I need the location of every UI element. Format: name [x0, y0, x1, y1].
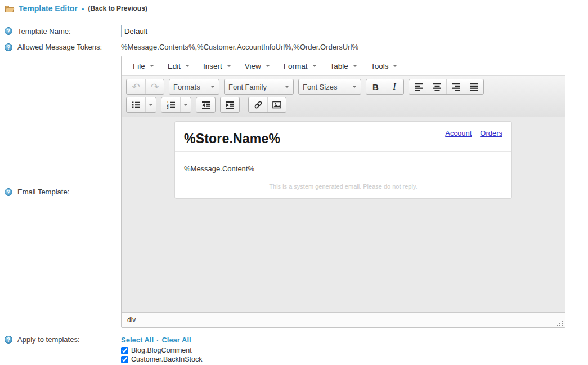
- link-separator: ·: [156, 336, 159, 344]
- clear-all-link[interactable]: Clear All: [161, 336, 191, 344]
- chevron-down-icon: [149, 104, 153, 106]
- chevron-down-icon: [185, 65, 190, 67]
- allowed-tokens-row: ? Allowed Message Tokens: %Message.Conte…: [0, 43, 588, 51]
- bold-button[interactable]: B: [366, 79, 385, 94]
- bullet-list-caret-button[interactable]: [145, 97, 156, 112]
- align-right-button[interactable]: [446, 79, 465, 94]
- editor-toolbar: ↶ ↷ Formats Font Family: [122, 75, 565, 117]
- chevron-down-icon: [393, 65, 397, 67]
- template-checkbox-label: Blog.BlogComment: [131, 346, 192, 354]
- redo-icon: ↷: [151, 82, 159, 92]
- chevron-down-icon: [353, 65, 357, 67]
- store-name-token: %Store.Name%: [184, 131, 280, 146]
- align-center-button[interactable]: [428, 79, 446, 94]
- email-header: %Store.Name% Account Orders: [175, 122, 511, 152]
- menu-insert[interactable]: Insert: [196, 56, 238, 75]
- chevron-down-icon: [352, 86, 357, 88]
- undo-icon: ↶: [132, 82, 140, 92]
- allowed-tokens-label: Allowed Message Tokens:: [17, 43, 102, 51]
- numbered-list-icon: 123: [167, 100, 176, 109]
- editor-statusbar: div: [122, 312, 565, 327]
- align-left-button[interactable]: [409, 79, 428, 94]
- message-content-token: %Message.Content%: [175, 152, 511, 173]
- chevron-down-icon: [210, 86, 215, 88]
- chevron-down-icon: [312, 65, 317, 67]
- indent-button[interactable]: [221, 97, 239, 112]
- outdent-icon: [201, 100, 210, 109]
- template-checkbox[interactable]: [121, 356, 128, 363]
- template-name-row: ? Template Name:: [0, 25, 588, 37]
- allowed-tokens-value: %Message.Contents%,%Customer.AccountInfo…: [121, 43, 358, 51]
- template-name-label: Template Name:: [17, 27, 71, 35]
- element-path[interactable]: div: [127, 316, 136, 324]
- insert-link-button[interactable]: [249, 97, 267, 112]
- folder-icon: [5, 5, 15, 12]
- link-icon: [254, 100, 263, 109]
- help-icon[interactable]: ?: [5, 43, 12, 51]
- menu-file[interactable]: File: [126, 56, 161, 75]
- template-checkbox-label: Customer.BackInStock: [131, 355, 202, 363]
- formats-dropdown[interactable]: Formats: [169, 79, 219, 94]
- chevron-down-icon: [227, 65, 231, 67]
- editor-content-area[interactable]: %Store.Name% Account Orders %Message.Con…: [122, 117, 565, 312]
- template-editor-page: Template Editor - (Back to Previous) ? T…: [0, 0, 588, 365]
- bullet-list-icon: [132, 100, 141, 109]
- menu-edit[interactable]: Edit: [161, 56, 196, 75]
- apply-templates-row: ? Apply to templates: Select All · Clear…: [0, 335, 588, 365]
- email-preview-card: %Store.Name% Account Orders %Message.Con…: [174, 121, 512, 199]
- orders-link[interactable]: Orders: [480, 129, 502, 137]
- back-to-previous-link[interactable]: (Back to Previous): [88, 5, 147, 12]
- rich-text-editor: File Edit Insert View Format Table Tools…: [121, 56, 565, 328]
- menu-tools[interactable]: Tools: [364, 56, 405, 75]
- redo-button[interactable]: ↷: [145, 79, 164, 94]
- template-name-input[interactable]: [121, 25, 264, 37]
- chevron-down-icon: [150, 65, 154, 67]
- indent-icon: [226, 100, 235, 109]
- bold-icon: B: [372, 82, 379, 92]
- justify-button[interactable]: [465, 79, 483, 94]
- numbered-list-caret-button[interactable]: [180, 97, 191, 112]
- bullet-list-button[interactable]: [127, 97, 145, 112]
- align-right-icon: [451, 82, 460, 91]
- apply-templates-label: Apply to templates:: [17, 335, 80, 344]
- system-generated-footer: This is a system generated email. Please…: [175, 173, 511, 198]
- chevron-down-icon: [285, 86, 289, 88]
- undo-button[interactable]: ↶: [127, 79, 145, 94]
- help-icon[interactable]: ?: [5, 336, 12, 344]
- page-title: Template Editor: [19, 4, 78, 13]
- outdent-button[interactable]: [196, 97, 215, 112]
- title-dash: -: [82, 4, 84, 13]
- template-checkbox-row: Customer.BackInStock: [121, 355, 240, 364]
- resize-grip-icon[interactable]: [556, 320, 563, 327]
- align-center-icon: [433, 82, 442, 91]
- template-checkbox[interactable]: [121, 347, 128, 354]
- numbered-list-button[interactable]: 123: [161, 97, 180, 112]
- font-sizes-dropdown[interactable]: Font Sizes: [299, 79, 361, 94]
- image-icon: [272, 100, 281, 109]
- template-checkbox-row: Blog.BlogComment: [121, 346, 240, 355]
- italic-icon: I: [393, 82, 396, 92]
- justify-icon: [470, 82, 479, 91]
- italic-button[interactable]: I: [385, 79, 403, 94]
- svg-text:3: 3: [167, 106, 168, 109]
- help-icon[interactable]: ?: [5, 188, 12, 196]
- menu-table[interactable]: Table: [324, 56, 364, 75]
- align-left-icon: [414, 82, 423, 91]
- email-template-row: ? Email Template: File Edit Insert View …: [0, 56, 588, 328]
- chevron-down-icon: [266, 65, 270, 67]
- menu-format[interactable]: Format: [277, 56, 324, 75]
- help-icon[interactable]: ?: [5, 27, 12, 35]
- editor-menubar: File Edit Insert View Format Table Tools: [122, 56, 565, 75]
- page-header: Template Editor - (Back to Previous): [0, 0, 588, 17]
- template-checkbox-list: Blog.BlogComment Customer.BackInStock Cu…: [121, 346, 240, 365]
- menu-view[interactable]: View: [238, 56, 277, 75]
- select-all-link[interactable]: Select All: [121, 336, 154, 344]
- insert-image-button[interactable]: [267, 97, 286, 112]
- font-family-dropdown[interactable]: Font Family: [225, 79, 293, 94]
- email-template-label: Email Template:: [17, 188, 69, 196]
- chevron-down-icon: [183, 104, 188, 106]
- account-link[interactable]: Account: [445, 129, 472, 137]
